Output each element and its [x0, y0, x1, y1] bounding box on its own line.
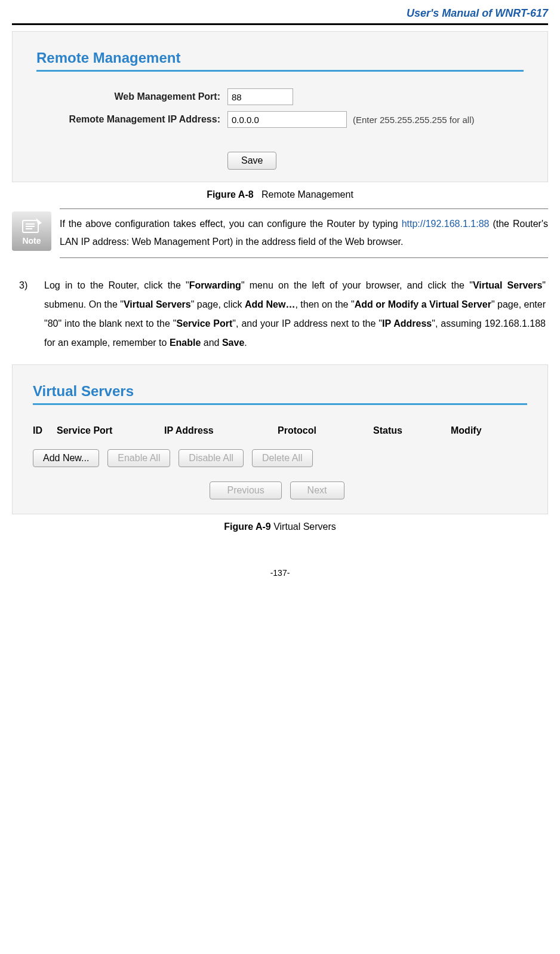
- col-modify: Modify: [451, 425, 510, 436]
- note-block: Note If the above configuration takes ef…: [60, 208, 548, 258]
- panel-heading-remote: Remote Management: [36, 50, 524, 66]
- note-icon: Note: [12, 211, 51, 251]
- col-service-port: Service Port: [57, 425, 164, 436]
- virtual-servers-panel: Virtual Servers ID Service Port IP Addre…: [12, 364, 548, 514]
- virtual-servers-table-head: ID Service Port IP Address Protocol Stat…: [33, 422, 527, 447]
- web-port-label: Web Management Port:: [36, 91, 227, 102]
- panel-heading-virtual: Virtual Servers: [33, 383, 527, 400]
- figure-a9-caption: Figure A-9 Virtual Servers: [12, 522, 548, 532]
- remote-ip-hint: (Enter 255.255.255.255 for all): [353, 115, 474, 125]
- remote-management-panel: Remote Management Web Management Port: R…: [12, 31, 548, 182]
- enable-all-button[interactable]: Enable All: [107, 449, 170, 467]
- col-status: Status: [373, 425, 451, 436]
- panel-underline-2: [33, 403, 527, 405]
- note-text: If the above configuration takes effect,…: [54, 209, 548, 257]
- remote-ip-input[interactable]: [227, 111, 347, 128]
- save-button[interactable]: Save: [227, 152, 276, 170]
- panel-underline: [36, 70, 524, 72]
- previous-button[interactable]: Previous: [210, 481, 281, 499]
- figure-a8-label: Figure A-8: [207, 189, 254, 200]
- figure-a8-title: Remote Management: [261, 189, 353, 200]
- delete-all-button[interactable]: Delete All: [252, 449, 313, 467]
- remote-ip-label: Remote Management IP Address:: [36, 114, 227, 125]
- add-new-button[interactable]: Add New...: [33, 449, 99, 467]
- disable-all-button[interactable]: Disable All: [179, 449, 244, 467]
- web-port-input[interactable]: [227, 88, 293, 105]
- page-number: -137-: [12, 568, 548, 578]
- header-divider: [12, 23, 548, 25]
- step3-number: 3): [14, 276, 44, 352]
- note-icon-label: Note: [22, 236, 41, 246]
- note-link: http://192.168.1.1:88: [402, 219, 490, 229]
- header-title: User's Manual of WNRT-617: [12, 0, 548, 23]
- figure-a9-title: Virtual Servers: [271, 522, 336, 532]
- figure-a9-label: Figure A-9: [224, 522, 271, 532]
- next-button[interactable]: Next: [290, 481, 344, 499]
- col-ip-address: IP Address: [164, 425, 278, 436]
- figure-a8-caption: Figure A-8 Remote Management: [12, 189, 548, 200]
- col-protocol: Protocol: [278, 425, 373, 436]
- col-id: ID: [33, 425, 57, 436]
- step3-body: Log in to the Router, click the "Forward…: [44, 276, 546, 352]
